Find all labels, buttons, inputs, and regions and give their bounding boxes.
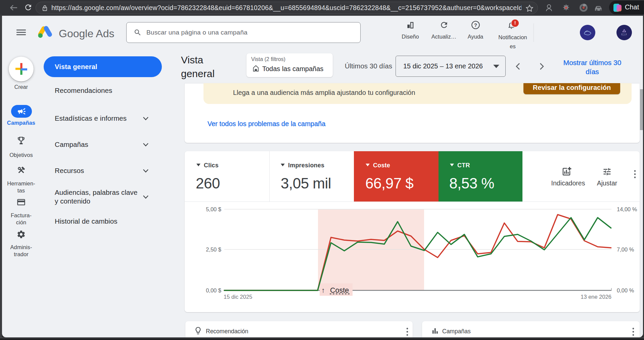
svg-text:?: ?	[474, 22, 477, 28]
svg-text:5,00 $: 5,00 $	[206, 206, 221, 212]
svg-text:↑: ↑	[321, 286, 325, 294]
svg-text:2,50 $: 2,50 $	[206, 246, 221, 252]
svg-text:PERFIL: PERFIL	[622, 35, 627, 36]
svg-text:7,00 %: 7,00 %	[617, 246, 634, 252]
svg-text:15 dic 2025: 15 dic 2025	[224, 294, 252, 300]
svg-text:0,00 %: 0,00 %	[617, 287, 634, 293]
svg-text:Coste: Coste	[330, 286, 349, 294]
svg-text:13 ene 2026: 13 ene 2026	[581, 294, 611, 300]
svg-text:14,00 %: 14,00 %	[617, 206, 637, 212]
svg-text:0,00 $: 0,00 $	[206, 287, 221, 293]
svg-text:ATILA: ATILA	[622, 33, 627, 35]
